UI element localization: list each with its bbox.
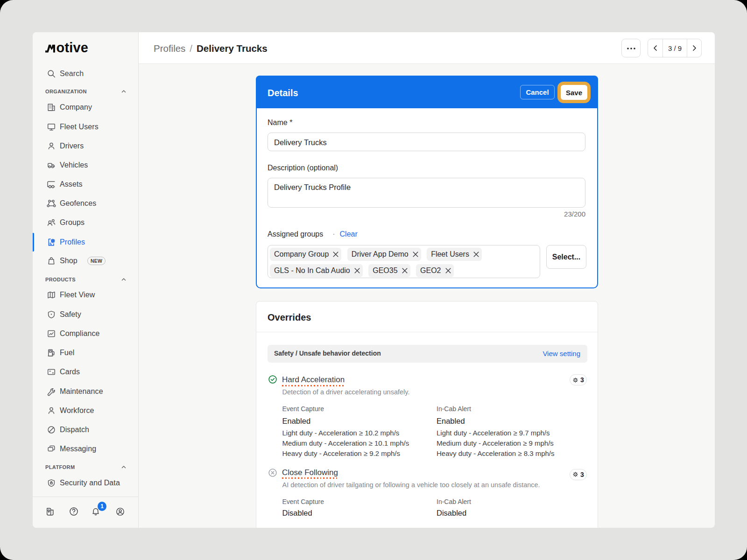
svg-text:otive: otive — [56, 41, 89, 55]
